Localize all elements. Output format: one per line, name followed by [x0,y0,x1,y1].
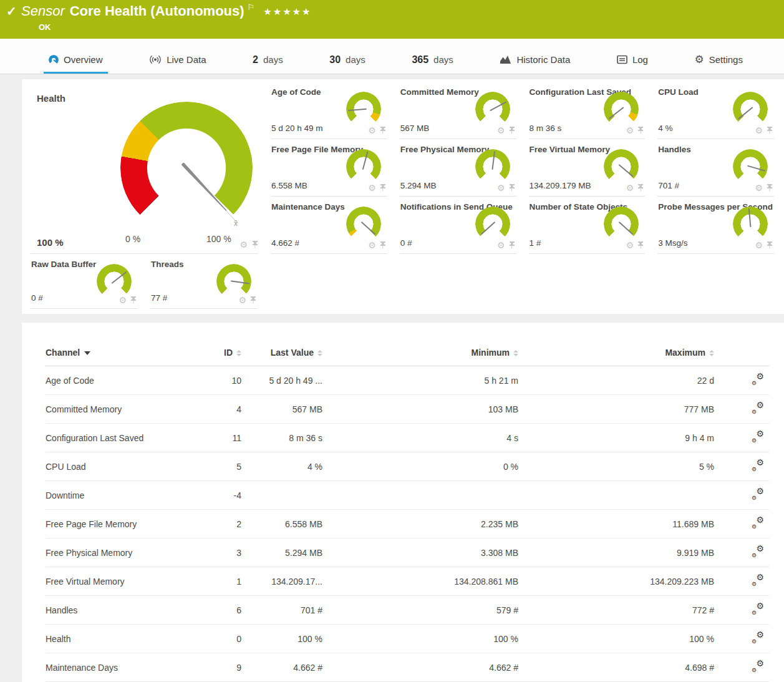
channel-settings-icon[interactable]: ⚙⚙ [752,374,764,385]
gear-icon[interactable]: ⚙ [626,241,634,250]
channel-row[interactable]: Maintenance Days 9 4.662 # 4.662 # 4.698… [46,653,769,682]
channel-settings-icon[interactable]: ⚙⚙ [752,603,764,615]
gear-icon[interactable]: ⚙ [755,126,763,135]
channel-settings-icon[interactable]: ⚙⚙ [752,489,764,500]
tab-settings[interactable]: ⚙ Settings [690,39,748,74]
pin-icon[interactable] [508,241,515,250]
channel-settings-icon[interactable]: ⚙⚙ [752,517,764,529]
pin-icon[interactable] [766,127,773,135]
tab-30-days[interactable]: 30 days [324,39,370,74]
channel-settings-icon[interactable]: ⚙⚙ [752,431,764,442]
tab-label: Settings [709,54,743,65]
gear-icon[interactable]: ⚙ [119,296,127,304]
channel-gauge-card[interactable]: Committed Memory 567 MB ⚙ [397,82,526,139]
channel-row[interactable]: Health 0 100 % 100 % 100 % ⚙⚙ [46,625,769,653]
gear-icon[interactable]: ⚙ [497,183,505,192]
cell-id: 0 [203,625,241,653]
column-header-minimum[interactable]: Minimum [322,341,518,366]
channel-gauge-card[interactable]: Maintenance Days 4.662 # ⚙ [268,197,397,254]
cell-id: 10 [203,366,241,395]
pin-icon[interactable] [508,184,515,192]
channel-settings-icon[interactable]: ⚙⚙ [752,546,764,557]
tab-label: Overview [64,54,103,65]
pin-icon[interactable] [508,127,515,135]
channel-settings-icon[interactable]: ⚙⚙ [752,632,764,643]
pin-icon[interactable] [379,241,386,250]
channel-row[interactable]: Free Physical Memory 3 5.294 MB 3.308 MB… [46,538,769,567]
channel-row[interactable]: Handles 6 701 # 579 # 772 # ⚙⚙ [46,596,769,625]
area-chart-icon [500,55,511,64]
gear-icon[interactable]: ⚙ [626,183,634,192]
gauge-max-label: 100 % [206,234,231,244]
gear-icon[interactable]: ⚙ [368,183,376,192]
channel-gauge-card[interactable]: Raw Data Buffer 0 # ⚙ [28,254,148,309]
tab-label: Live Data [167,54,206,65]
channel-gauge-card[interactable]: Handles 701 # ⚙ [655,139,784,197]
channel-gauge-card[interactable]: Free Virtual Memory 134.209.179 MB ⚙ [526,139,656,197]
gear-icon[interactable]: ⚙ [238,296,246,304]
tab-unit: days [433,54,453,65]
column-header-maximum[interactable]: Maximum [518,341,714,366]
gauge [346,92,381,127]
channel-gauge-card[interactable]: Number of State Objects 1 # ⚙ [526,197,656,254]
gear-icon[interactable]: ⚙ [368,126,376,135]
gear-icon[interactable]: ⚙ [368,241,376,250]
gear-icon[interactable]: ⚙ [755,241,763,250]
channel-gauge-card[interactable]: Free Page File Memory 6.558 MB ⚙ [268,139,397,197]
gear-icon[interactable]: ⚙ [755,183,763,192]
channel-settings-icon[interactable]: ⚙⚙ [752,460,764,471]
sensor-status-bar: ✓ Sensor Core Health (Autonomous) ⚐ ★★★★… [0,0,784,39]
flag-icon[interactable]: ⚐ [248,2,255,12]
health-gauge-card[interactable]: Health 0 % 100 % x̄ 100 % ⚙ [28,82,268,254]
pin-icon[interactable] [766,241,773,250]
column-header-channel[interactable]: Channel [46,341,203,366]
gauge-value: 567 MB [400,124,430,133]
pin-icon[interactable] [637,127,644,135]
pin-icon[interactable] [637,184,644,192]
channel-row[interactable]: Free Virtual Memory 1 134.209.17... 134.… [46,567,769,596]
pin-icon[interactable] [130,296,137,304]
channel-settings-icon[interactable]: ⚙⚙ [752,575,764,586]
pin-icon[interactable] [249,296,256,304]
channel-settings-icon[interactable]: ⚙⚙ [752,402,764,414]
tab-2-days[interactable]: 2 days [248,39,288,74]
column-header-id[interactable]: ID [203,341,241,366]
channel-row[interactable]: Configuration Last Saved 11 8 m 36 s 4 s… [46,424,769,452]
gauge [604,207,639,241]
pin-icon[interactable] [637,241,644,250]
cell-minimum: 2.235 MB [322,510,518,538]
priority-stars[interactable]: ★★★★★ [263,6,311,17]
gear-icon[interactable]: ⚙ [497,241,505,250]
channel-row[interactable]: Age of Code 10 5 d 20 h 49 ... 5 h 21 m … [46,366,769,395]
channel-gauge-card[interactable]: Free Physical Memory 5.294 MB ⚙ [397,139,526,197]
tab-365-days[interactable]: 365 days [407,39,458,74]
channel-gauge-card[interactable]: Age of Code 5 d 20 h 49 m ⚙ [268,82,397,139]
channel-gauge-card[interactable]: Threads 77 # ⚙ [148,254,268,309]
channel-gauge-card[interactable]: CPU Load 4 % ⚙ [655,82,784,139]
column-header-last-value[interactable]: Last Value [241,341,322,366]
pin-icon[interactable] [766,184,773,192]
pin-icon[interactable] [379,184,386,192]
channel-row[interactable]: Committed Memory 4 567 MB 103 MB 777 MB … [46,395,769,424]
gauge-value: 3 Msg/s [658,238,687,248]
sensor-title-row: Sensor Core Health (Autonomous) ⚐ ★★★★★ [0,0,784,20]
cell-id: 3 [203,538,241,567]
tab-overview[interactable]: Overview [44,39,108,74]
channel-gauge-card[interactable]: Notifications in Send Queue 0 # ⚙ [397,197,526,254]
channel-row[interactable]: Free Page File Memory 2 6.558 MB 2.235 M… [46,510,769,538]
pin-icon[interactable] [379,127,386,135]
tab-historic-data[interactable]: Historic Data [495,39,575,74]
gear-icon[interactable]: ⚙ [626,126,634,135]
pin-icon[interactable] [251,241,258,249]
channel-row[interactable]: Downtime -4 ⚙⚙ [46,481,769,510]
cell-channel: Downtime [46,481,203,510]
channel-gauge-card[interactable]: Configuration Last Saved 8 m 36 s ⚙ [526,82,656,139]
gear-icon[interactable]: ⚙ [497,126,505,135]
channel-settings-icon[interactable]: ⚙⚙ [752,661,764,672]
channel-gauge-card[interactable]: Probe Messages per Second 3 Msg/s ⚙ [655,197,784,254]
gear-icon[interactable]: ⚙ [240,240,248,249]
tab-live-data[interactable]: Live Data [144,39,211,74]
channel-row[interactable]: CPU Load 5 4 % 0 % 5 % ⚙⚙ [46,452,769,481]
tab-log[interactable]: Log [612,39,653,74]
gauge-title: Health [37,93,65,104]
